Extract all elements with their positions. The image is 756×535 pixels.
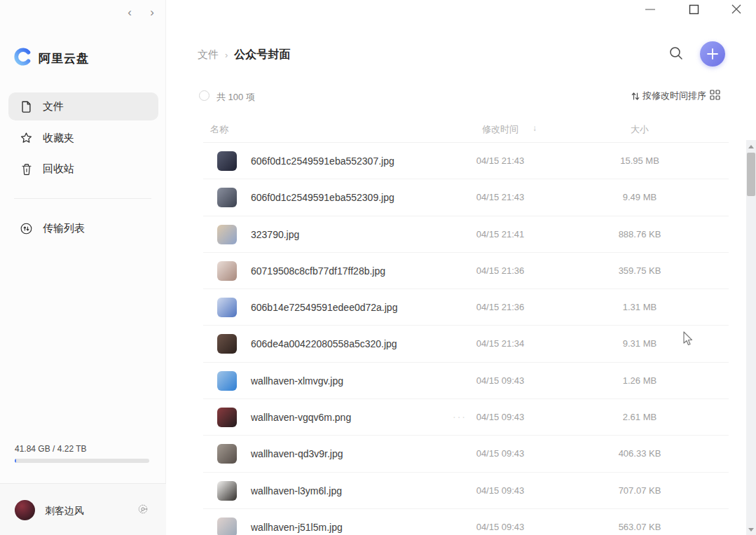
file-modified-time: 04/15 09:43: [458, 473, 542, 509]
file-name: wallhaven-j51l5m.jpg: [251, 509, 343, 535]
sidebar-item-favorites[interactable]: 收藏夹: [8, 124, 158, 152]
aliyundrive-logo-icon: [14, 48, 32, 69]
maximize-button[interactable]: [678, 0, 710, 21]
column-header-modified[interactable]: 修改时间: [458, 123, 542, 136]
file-row[interactable]: 323790.jpg ··· 04/15 21:41 888.76 KB: [203, 216, 729, 253]
file-row[interactable]: 60719508c8cfb77df17ff28b.jpg ··· 04/15 2…: [203, 253, 729, 289]
file-name: 60719508c8cfb77df17ff28b.jpg: [251, 253, 385, 289]
search-button[interactable]: [666, 45, 686, 64]
file-modified-time: 04/15 21:34: [458, 326, 542, 362]
file-modified-time: 04/15 21:43: [458, 179, 542, 216]
file-size: 406.33 KB: [598, 436, 682, 472]
sidebar-item-label: 文件: [43, 100, 64, 113]
sidebar-item-transfer-list[interactable]: 传输列表: [8, 214, 158, 242]
app-logo: 阿里云盘: [14, 48, 89, 69]
file-thumbnail: [217, 225, 237, 244]
sort-label: 按修改时间排序: [642, 90, 706, 102]
sidebar: ‹ › 阿里云盘 文件 收藏夹 回收站: [0, 0, 166, 535]
nav-forward-button[interactable]: ›: [144, 4, 160, 21]
file-thumbnail: [217, 151, 237, 171]
file-name: 323790.jpg: [251, 216, 299, 253]
file-size: 15.95 MB: [598, 143, 682, 179]
file-row[interactable]: 606b14e72549591edee0d72a.jpg ··· 04/15 2…: [203, 289, 729, 326]
file-name: 606de4a00422080558a5c320.jpg: [251, 326, 397, 362]
item-count-label: 共 100 项: [217, 91, 255, 104]
chevron-right-icon: ›: [150, 6, 154, 20]
file-name: wallhaven-l3ym6l.jpg: [251, 473, 342, 509]
maximize-icon: [689, 4, 699, 18]
file-size: 563.07 KB: [598, 509, 682, 535]
file-size: 707.07 KB: [598, 473, 682, 509]
star-icon: [20, 132, 32, 144]
add-button[interactable]: [700, 41, 725, 67]
file-row[interactable]: 606de4a00422080558a5c320.jpg ··· 04/15 2…: [203, 326, 729, 362]
file-thumbnail: [217, 298, 237, 317]
sidebar-item-files[interactable]: 文件: [8, 92, 158, 120]
storage-usage-text: 41.84 GB / 4.22 TB: [15, 444, 87, 454]
file-name: wallhaven-vgqv6m.png: [251, 399, 351, 436]
file-size: 9.31 MB: [598, 326, 682, 362]
sort-button[interactable]: 按修改时间排序: [631, 90, 706, 102]
sidebar-item-label: 回收站: [43, 162, 74, 176]
file-row[interactable]: 606f0d1c2549591eba552307.jpg ··· 04/15 2…: [203, 143, 729, 179]
chevron-left-icon: ‹: [128, 6, 132, 20]
file-thumbnail: [217, 481, 237, 501]
sort-direction-icon: ↓: [532, 123, 537, 133]
file-modified-time: 04/15 09:43: [458, 509, 542, 535]
close-button[interactable]: [720, 0, 752, 21]
trash-icon: [20, 163, 32, 175]
settings-button[interactable]: [136, 503, 150, 517]
gear-icon: [137, 503, 149, 517]
file-thumbnail: [217, 408, 237, 427]
scrollbar-thumb[interactable]: [747, 153, 755, 196]
column-header-size[interactable]: 大小: [598, 123, 682, 136]
scrollbar[interactable]: [746, 140, 756, 535]
close-icon: [731, 4, 742, 18]
scrollbar-up-arrow[interactable]: [746, 141, 756, 151]
file-list: 606f0d1c2549591eba552307.jpg ··· 04/15 2…: [203, 143, 729, 535]
file-size: 888.76 KB: [598, 216, 682, 253]
file-name: wallhaven-qd3v9r.jpg: [251, 436, 343, 472]
file-row[interactable]: 606f0d1c2549591eba552309.jpg ··· 04/15 2…: [203, 179, 729, 216]
grid-view-button[interactable]: [708, 90, 721, 102]
storage-progress-fill: [15, 459, 16, 463]
file-modified-time: 04/15 09:43: [458, 399, 542, 436]
sidebar-item-recycle-bin[interactable]: 回收站: [8, 155, 158, 183]
file-thumbnail: [217, 188, 237, 207]
file-modified-time: 04/15 21:36: [458, 253, 542, 289]
file-size: 1.31 MB: [598, 289, 682, 326]
transfer-icon: [20, 223, 32, 235]
file-row[interactable]: wallhaven-xlmvgv.jpg ··· 04/15 09:43 1.2…: [203, 363, 729, 399]
file-thumbnail: [217, 371, 237, 391]
breadcrumb-root[interactable]: 文件: [198, 48, 219, 62]
select-all-checkbox[interactable]: [199, 90, 209, 101]
file-icon: [20, 101, 32, 113]
file-row[interactable]: wallhaven-qd3v9r.jpg ··· 04/15 09:43 406…: [203, 436, 729, 472]
file-modified-time: 04/15 09:43: [458, 436, 542, 472]
minimize-button[interactable]: [634, 0, 666, 21]
app-title: 阿里云盘: [39, 50, 89, 67]
file-thumbnail: [217, 334, 237, 354]
user-name: 刺客边风: [45, 505, 84, 517]
nav-back-button[interactable]: ‹: [121, 4, 138, 21]
triangle-down-icon: [748, 528, 754, 531]
user-avatar[interactable]: [15, 500, 35, 520]
file-row[interactable]: wallhaven-vgqv6m.png ··· 04/15 09:43 2.6…: [203, 399, 729, 436]
sidebar-item-label: 传输列表: [43, 222, 85, 235]
file-size: 2.61 MB: [598, 399, 682, 436]
file-row[interactable]: wallhaven-j51l5m.jpg ··· 04/15 09:43 563…: [203, 509, 729, 535]
file-thumbnail: [217, 517, 237, 535]
file-size: 9.49 MB: [598, 179, 682, 216]
column-header-name[interactable]: 名称: [210, 123, 228, 136]
file-modified-time: 04/15 21:36: [458, 289, 542, 326]
file-table: 名称 修改时间 ↓ 大小 606f0d1c2549591eba552307.jp…: [203, 116, 729, 535]
breadcrumb-current: 公众号封面: [234, 48, 290, 62]
sidebar-divider: [14, 198, 151, 199]
file-name: 606f0d1c2549591eba552309.jpg: [251, 179, 394, 216]
scrollbar-down-arrow[interactable]: [746, 524, 756, 534]
file-modified-time: 04/15 09:43: [458, 363, 542, 399]
file-thumbnail: [217, 261, 237, 281]
file-thumbnail: [217, 444, 237, 464]
minimize-icon: [645, 4, 656, 18]
file-row[interactable]: wallhaven-l3ym6l.jpg ··· 04/15 09:43 707…: [203, 473, 729, 509]
